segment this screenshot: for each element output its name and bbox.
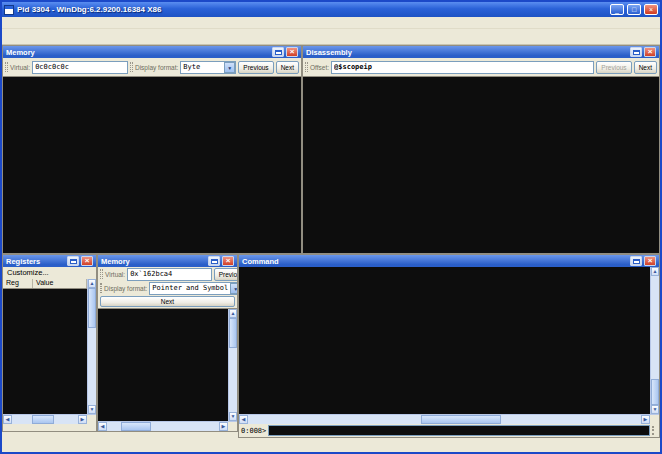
- memory2-panel-titlebar[interactable]: Memory ×: [98, 255, 237, 267]
- scroll-up-icon[interactable]: ▲: [229, 309, 237, 318]
- display-format-label: Display format:: [104, 285, 147, 292]
- window-title: Pid 3304 - WinDbg:6.2.9200.16384 X86: [17, 5, 607, 14]
- previous-button[interactable]: Previous: [596, 61, 631, 74]
- scroll-right-icon[interactable]: ▶: [641, 415, 650, 424]
- customize-button[interactable]: Customize...: [3, 267, 96, 279]
- close-icon[interactable]: ×: [644, 256, 656, 266]
- scroll-left-icon[interactable]: ◀: [239, 415, 248, 424]
- scroll-up-icon[interactable]: ▲: [651, 267, 659, 276]
- memory-panel-titlebar[interactable]: Memory ×: [3, 46, 301, 58]
- registers-panel-title: Registers: [6, 257, 40, 266]
- close-icon[interactable]: ×: [644, 47, 656, 57]
- close-icon[interactable]: ×: [286, 47, 298, 57]
- virtual-label: Virtual:: [10, 64, 30, 71]
- reg-column-header[interactable]: Reg: [3, 279, 33, 288]
- memory2-panel-title: Memory: [101, 257, 130, 266]
- registers-content[interactable]: [3, 289, 87, 414]
- memory2-toolbar-row1: Virtual: Previous: [98, 267, 237, 281]
- dock-icon[interactable]: [67, 256, 79, 266]
- scroll-down-icon[interactable]: ▼: [229, 412, 237, 421]
- grip-icon: [130, 62, 133, 72]
- memory2-vscrollbar[interactable]: ▲ ▼: [228, 309, 237, 421]
- previous-button[interactable]: Previous: [214, 268, 238, 281]
- chevron-down-icon: ▼: [230, 283, 238, 294]
- command-input[interactable]: [268, 425, 650, 436]
- memory-panel-title: Memory: [6, 48, 35, 57]
- next-button[interactable]: Next: [634, 61, 657, 74]
- dock-area: Memory × Virtual: Display format: Byte ▼…: [2, 45, 660, 438]
- registers-vscrollbar[interactable]: ▲ ▼: [87, 279, 96, 414]
- command-panel: Command × ▲ ▼ ◀ ▶ 0:008>: [238, 254, 660, 438]
- value-column-header[interactable]: Value: [33, 279, 87, 288]
- virtual-label: Virtual:: [105, 271, 125, 278]
- grip-icon: [5, 62, 8, 72]
- dock-icon[interactable]: [208, 256, 220, 266]
- status-bar: [2, 438, 660, 452]
- close-button[interactable]: ×: [644, 4, 658, 15]
- next-button[interactable]: Next: [100, 296, 235, 307]
- memory2-content[interactable]: [98, 309, 228, 421]
- scroll-down-icon[interactable]: ▼: [88, 405, 96, 414]
- command-content[interactable]: [239, 267, 650, 414]
- command-hscrollbar[interactable]: ◀ ▶: [239, 414, 659, 424]
- offset-label: Offset:: [310, 64, 329, 71]
- disassembly-toolbar: Offset: Previous Next: [303, 58, 659, 76]
- grip-icon: [100, 283, 102, 293]
- virtual-address-input[interactable]: [127, 268, 212, 281]
- scroll-right-icon[interactable]: ▶: [78, 415, 87, 424]
- dock-icon[interactable]: [630, 256, 642, 266]
- display-format-select[interactable]: Pointer and Symbol ▼: [149, 282, 238, 295]
- registers-panel-titlebar[interactable]: Registers ×: [3, 255, 96, 267]
- memory2-toolbar-row2: Display format: Pointer and Symbol ▼: [98, 281, 237, 295]
- command-vscrollbar[interactable]: ▲ ▼: [650, 267, 659, 414]
- dock-icon[interactable]: [272, 47, 284, 57]
- windbg-window: Pid 3304 - WinDbg:6.2.9200.16384 X86 _ □…: [0, 0, 662, 454]
- close-icon[interactable]: ×: [81, 256, 93, 266]
- scroll-up-icon[interactable]: ▲: [88, 279, 96, 288]
- grip-icon: [652, 426, 657, 435]
- scroll-right-icon[interactable]: ▶: [219, 422, 228, 431]
- disassembly-panel: Disassembly × Offset: Previous Next: [302, 45, 660, 254]
- grip-icon: [100, 269, 103, 279]
- command-prompt: 0:008>: [241, 427, 266, 435]
- disassembly-panel-titlebar[interactable]: Disassembly ×: [303, 46, 659, 58]
- command-input-row: 0:008>: [239, 424, 659, 437]
- memory2-panel: Memory × Virtual: Previous Display forma…: [97, 254, 238, 432]
- app-icon: [4, 5, 14, 15]
- close-icon[interactable]: ×: [222, 256, 234, 266]
- dock-icon[interactable]: [630, 47, 642, 57]
- registers-panel: Registers × Customize... Reg Value ▲ ▼: [2, 254, 97, 432]
- scroll-left-icon[interactable]: ◀: [98, 422, 107, 431]
- disassembly-content[interactable]: [303, 76, 659, 253]
- previous-button[interactable]: Previous: [238, 61, 273, 74]
- display-format-select[interactable]: Byte ▼: [180, 61, 236, 74]
- registers-hscrollbar[interactable]: ◀ ▶: [3, 414, 96, 424]
- command-panel-title: Command: [242, 257, 279, 266]
- virtual-address-input[interactable]: [32, 61, 128, 74]
- offset-input[interactable]: [331, 61, 594, 74]
- memory2-toolbar-row3: Next: [98, 295, 237, 308]
- memory-toolbar: Virtual: Display format: Byte ▼ Previous…: [3, 58, 301, 76]
- registers-header: Reg Value: [3, 279, 87, 289]
- next-button[interactable]: Next: [276, 61, 299, 74]
- maximize-button[interactable]: □: [627, 4, 641, 15]
- scroll-left-icon[interactable]: ◀: [3, 415, 12, 424]
- toolbar: [2, 29, 660, 45]
- menu-bar: [2, 17, 660, 29]
- title-bar[interactable]: Pid 3304 - WinDbg:6.2.9200.16384 X86 _ □…: [2, 2, 660, 17]
- grip-icon: [305, 62, 308, 72]
- disassembly-panel-title: Disassembly: [306, 48, 352, 57]
- scroll-down-icon[interactable]: ▼: [651, 405, 659, 414]
- chevron-down-icon: ▼: [224, 62, 235, 73]
- command-panel-titlebar[interactable]: Command ×: [239, 255, 659, 267]
- memory2-hscrollbar[interactable]: ◀ ▶: [98, 421, 237, 431]
- display-format-label: Display format:: [135, 64, 178, 71]
- memory-content[interactable]: [3, 76, 301, 253]
- minimize-button[interactable]: _: [610, 4, 624, 15]
- memory-panel: Memory × Virtual: Display format: Byte ▼…: [2, 45, 302, 254]
